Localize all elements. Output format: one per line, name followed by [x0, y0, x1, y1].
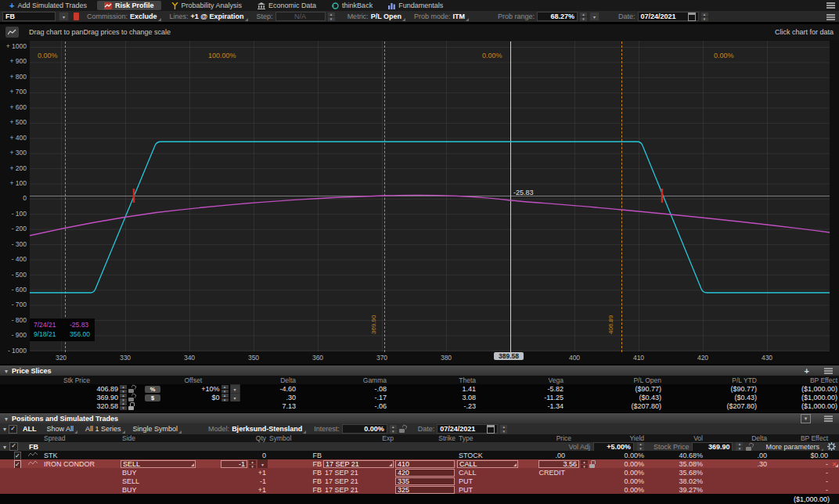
date-stepper[interactable]: ▴▾ [701, 13, 708, 21]
chart-line-icon[interactable] [28, 460, 38, 466]
risk-profile-chart[interactable]: + 1000+ 900+ 800+ 700+ 600+ 500+ 400+ 30… [0, 40, 839, 365]
bp-effect-cell: $0.00 [769, 452, 830, 459]
gear-icon[interactable] [827, 442, 836, 451]
pl-ytd-value: ($207.80) [663, 402, 758, 410]
y-axis-tick: - 500 [12, 272, 27, 279]
toolbar-menu-icon[interactable] [826, 14, 835, 16]
symbol-dropdown-icon[interactable]: ▾ [59, 12, 69, 21]
price-slices-header[interactable]: Price Slices [0, 365, 839, 376]
offset-stepper[interactable]: ▴▾ [221, 385, 229, 394]
prob-mode-setting[interactable]: Prob mode: ITM [409, 11, 470, 22]
select-all-checkbox[interactable] [9, 425, 17, 434]
stock-price-lock-icon[interactable] [746, 443, 753, 451]
chart-plot-area[interactable]: 0.00% 100.00% 0.00% 0.00% 369.90 406.89 … [30, 41, 830, 351]
positions-date-stepper[interactable]: ▴▾ [500, 425, 507, 434]
strike-input[interactable]: 325 [395, 486, 455, 494]
chart-line-icon[interactable] [28, 452, 38, 458]
offset-mode-badge[interactable]: % [145, 386, 160, 393]
thinkback-icon [332, 2, 339, 9]
positions-menu-icon[interactable] [824, 416, 833, 417]
strike-input[interactable]: 410 [395, 460, 455, 468]
side-cell: SELL [121, 477, 199, 485]
pl-ytd-value: ($0.43) [663, 394, 758, 401]
symbol-input[interactable]: FB [2, 12, 56, 21]
symbol-scope-dropdown[interactable]: Single Symbol [128, 423, 183, 434]
collapse-caret-icon[interactable] [5, 367, 8, 375]
symbol-cell: FB [268, 452, 323, 459]
price-slices-menu-icon[interactable] [824, 368, 833, 369]
symbol-scope-value: Single Symbol [133, 425, 178, 433]
unlock-icon[interactable] [128, 394, 135, 401]
step-stepper[interactable]: ▴▾ [328, 13, 335, 21]
price-stepper[interactable]: ▴▾ [581, 460, 588, 469]
prob-range-dropdown-icon[interactable]: ▾ [589, 12, 600, 21]
prob-range-input[interactable]: 68.27% [537, 12, 578, 21]
prob-range-stepper[interactable]: ▴▾ [580, 13, 587, 21]
calendar-icon[interactable] [487, 425, 495, 434]
strike-input[interactable]: 420 [395, 469, 455, 477]
lock-icon[interactable] [128, 402, 135, 410]
type-select[interactable]: CALL [457, 460, 518, 468]
chart-header: Drag chart to panDrag prices to change s… [0, 24, 839, 40]
tab-label: Fundamentals [398, 2, 443, 9]
y-axis-labels[interactable]: + 1000+ 900+ 800+ 700+ 600+ 500+ 400+ 30… [0, 43, 29, 355]
prob-label-1: 0.00% [38, 52, 58, 59]
slice-price-stepper[interactable]: ▴▾ [120, 385, 127, 394]
model-dropdown[interactable]: Model: Bjerksund-Stensland [203, 423, 307, 434]
step-input[interactable]: N/A [275, 12, 326, 21]
side-select[interactable]: SELL [121, 460, 196, 468]
add-slice-button[interactable] [805, 366, 809, 376]
tab-label: Add Simulated Trades [17, 2, 87, 9]
tab-thinkback[interactable]: thinkBack [325, 0, 380, 11]
chart-mode-icon[interactable] [5, 27, 19, 38]
tab-economic-data[interactable]: Economic Data [250, 0, 323, 11]
x-axis-tick: 370 [350, 354, 414, 362]
show-all-dropdown[interactable]: Show All [42, 423, 79, 434]
interest-lock-icon[interactable] [399, 425, 406, 433]
positions-date-input[interactable]: 07/24/2021 [437, 424, 498, 434]
legend-value: -25.83 [70, 321, 88, 329]
spread-cell[interactable]: IRON CONDOR [42, 460, 121, 468]
row-checkbox[interactable] [14, 452, 21, 460]
prob-mode-value: ITM [453, 13, 466, 20]
interest-label: Interest: [314, 425, 340, 433]
stock-price-input[interactable]: 369.90 [692, 442, 733, 452]
price-input[interactable]: 3.56 [538, 460, 579, 468]
metric-setting[interactable]: Metric: P/L Open [343, 11, 406, 22]
price-value: 3.56 [563, 460, 577, 468]
unlock-icon[interactable] [128, 385, 135, 393]
tab-probability-analysis[interactable]: Probability Analysis [164, 0, 250, 11]
symbol-checkbox[interactable] [9, 442, 18, 451]
vol-adj-input[interactable]: +5.00% [593, 442, 634, 452]
interest-input[interactable]: 0.00% [342, 424, 387, 434]
tabbar-menu-icon[interactable] [826, 2, 835, 4]
offset-stepper[interactable]: ▴▾ [221, 394, 229, 402]
lines-setting[interactable]: Lines: +1 @ Expiration [165, 11, 249, 22]
strike-input[interactable]: 335 [395, 477, 455, 485]
scroll-down-icon[interactable] [801, 414, 811, 423]
series-dropdown[interactable]: All 1 Series [81, 423, 126, 434]
positions-header[interactable]: Positions and Simulated Trades [0, 412, 839, 423]
calendar-icon[interactable] [688, 13, 696, 21]
tab-fundamentals[interactable]: Fundamentals [381, 0, 450, 11]
offset-mode-badge[interactable]: $ [145, 394, 160, 401]
qty-input[interactable]: -1 [221, 460, 247, 468]
expand-caret-icon[interactable] [3, 425, 6, 433]
vol-adj-stepper[interactable]: ▴▾ [637, 442, 644, 451]
tab-risk-profile[interactable]: Risk Profile [97, 1, 161, 10]
tab-add-simulated-trades[interactable]: + Add Simulated Trades [2, 0, 94, 11]
commission-setting[interactable]: Commission: Exclude [82, 11, 162, 22]
y-axis-tick: - 300 [12, 241, 27, 248]
date-input[interactable]: 07/24/2021 [638, 12, 699, 21]
price-lock-icon[interactable] [589, 460, 596, 468]
slice-price-value: 369.90 [96, 394, 118, 401]
collapse-caret-icon[interactable] [5, 415, 8, 423]
x-axis-labels[interactable]: 320330340350360370380400410420430 [29, 354, 799, 362]
interest-stepper[interactable]: ▴▾ [390, 425, 397, 434]
slice-price-stepper[interactable]: ▴▾ [120, 401, 127, 410]
qty-stepper[interactable]: ▴▾ [249, 460, 256, 469]
yield-cell: 0.00% [596, 469, 646, 477]
collapse-caret-icon[interactable] [3, 443, 6, 451]
exp-select[interactable]: 17 SEP 21 [323, 460, 394, 468]
stock-price-stepper[interactable]: ▴▾ [736, 442, 743, 451]
